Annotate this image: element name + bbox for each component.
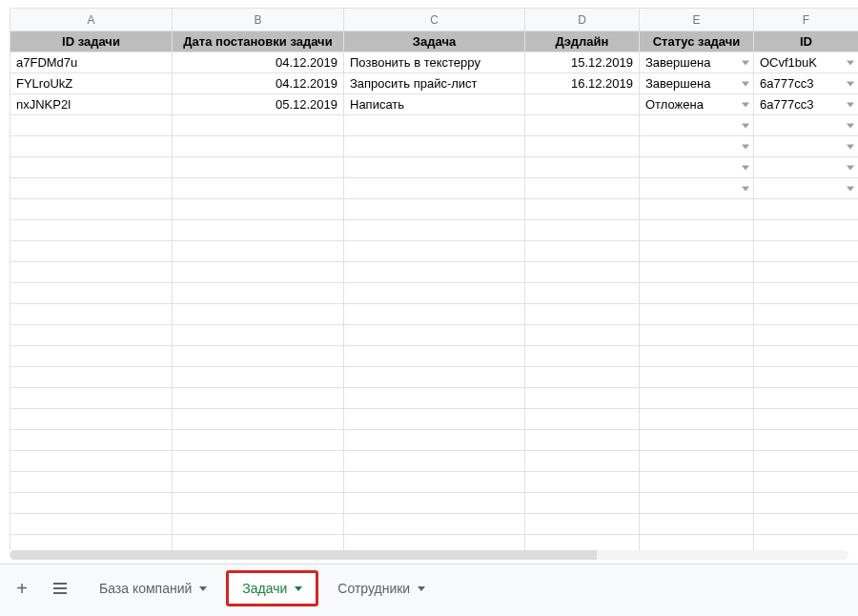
cell[interactable]	[10, 115, 173, 136]
cell[interactable]	[754, 472, 859, 493]
dropdown-caret-icon[interactable]	[742, 165, 749, 170]
table-row[interactable]	[10, 283, 859, 304]
cell[interactable]	[10, 535, 173, 551]
cell[interactable]	[525, 220, 640, 241]
cell[interactable]	[10, 451, 173, 472]
cell[interactable]	[525, 409, 640, 430]
cell[interactable]	[640, 262, 754, 283]
cell[interactable]	[525, 283, 640, 304]
cell[interactable]	[754, 136, 859, 157]
header-cell[interactable]: Дэдлайн	[525, 31, 640, 52]
table-row[interactable]	[10, 409, 859, 430]
table-row[interactable]	[10, 220, 859, 241]
cell[interactable]	[173, 388, 344, 409]
cell[interactable]	[525, 325, 640, 346]
table-row[interactable]	[10, 472, 859, 493]
cell[interactable]	[525, 94, 640, 115]
dropdown-caret-icon[interactable]	[742, 186, 749, 191]
cell[interactable]	[10, 220, 173, 241]
cell[interactable]	[10, 493, 173, 514]
cell[interactable]	[754, 346, 859, 367]
sheet-tab[interactable]: Сотрудники	[324, 570, 439, 606]
cell[interactable]	[640, 493, 754, 514]
cell[interactable]	[640, 283, 754, 304]
col-D[interactable]: D	[525, 9, 640, 31]
cell[interactable]	[173, 241, 344, 262]
cell[interactable]	[344, 220, 525, 241]
cell[interactable]	[640, 451, 754, 472]
cell[interactable]	[10, 199, 173, 220]
cell[interactable]	[10, 325, 173, 346]
cell[interactable]	[344, 178, 525, 199]
col-C[interactable]: C	[344, 9, 525, 31]
cell[interactable]	[173, 493, 344, 514]
cell[interactable]	[10, 514, 173, 535]
dropdown-caret-icon[interactable]	[742, 144, 749, 149]
cell[interactable]	[640, 178, 754, 199]
cell[interactable]	[344, 514, 525, 535]
cell[interactable]	[173, 325, 344, 346]
cell[interactable]	[640, 472, 754, 493]
cell[interactable]	[525, 178, 640, 199]
table-row[interactable]	[10, 325, 859, 346]
cell[interactable]	[525, 430, 640, 451]
dropdown-caret-icon[interactable]	[847, 165, 854, 170]
cell[interactable]	[754, 115, 859, 136]
cell[interactable]	[754, 241, 859, 262]
cell[interactable]	[344, 283, 525, 304]
cell[interactable]	[344, 535, 525, 551]
cell[interactable]	[344, 493, 525, 514]
cell[interactable]	[173, 472, 344, 493]
table-row[interactable]	[10, 157, 859, 178]
table-row[interactable]: a7FDMd7u04.12.2019Позвонить в текстерру1…	[10, 52, 859, 73]
cell[interactable]	[754, 367, 859, 388]
cell[interactable]	[10, 241, 173, 262]
cell[interactable]	[754, 199, 859, 220]
cell[interactable]	[10, 157, 173, 178]
cell[interactable]	[640, 304, 754, 325]
cell[interactable]	[173, 199, 344, 220]
cell[interactable]	[754, 388, 859, 409]
header-cell[interactable]: Дата постановки задачи	[173, 31, 344, 52]
header-cell[interactable]: Статус задачи	[640, 31, 754, 52]
cell[interactable]	[173, 430, 344, 451]
cell[interactable]	[640, 430, 754, 451]
cell[interactable]	[10, 262, 173, 283]
cell[interactable]	[10, 178, 173, 199]
cell[interactable]	[344, 136, 525, 157]
cell[interactable]	[525, 304, 640, 325]
dropdown-caret-icon[interactable]	[847, 60, 854, 65]
table-row[interactable]	[10, 199, 859, 220]
cell[interactable]	[525, 451, 640, 472]
col-B[interactable]: B	[173, 9, 344, 31]
dropdown-caret-icon[interactable]	[847, 123, 854, 128]
table-row[interactable]	[10, 241, 859, 262]
cell[interactable]	[173, 304, 344, 325]
cell[interactable]	[344, 346, 525, 367]
add-sheet-button[interactable]: +	[10, 576, 34, 601]
cell[interactable]	[525, 241, 640, 262]
cell[interactable]	[344, 304, 525, 325]
cell[interactable]	[640, 325, 754, 346]
cell[interactable]: 05.12.2019	[173, 94, 344, 115]
cell[interactable]	[173, 346, 344, 367]
cell[interactable]: Отложена	[640, 94, 754, 115]
sheet-tab[interactable]: База компаний	[86, 570, 220, 606]
table-row[interactable]	[10, 304, 859, 325]
cell[interactable]	[173, 115, 344, 136]
table-row[interactable]	[10, 493, 859, 514]
cell[interactable]	[640, 388, 754, 409]
cell[interactable]	[173, 535, 344, 551]
cell[interactable]	[10, 388, 173, 409]
table-row[interactable]	[10, 115, 859, 136]
cell[interactable]	[754, 514, 859, 535]
cell[interactable]: 15.12.2019	[525, 52, 640, 73]
cell[interactable]	[525, 346, 640, 367]
cell[interactable]	[640, 157, 754, 178]
cell[interactable]	[754, 304, 859, 325]
cell[interactable]	[10, 283, 173, 304]
dropdown-caret-icon[interactable]	[847, 186, 854, 191]
chevron-down-icon[interactable]	[199, 586, 207, 591]
cell[interactable]	[344, 262, 525, 283]
cell[interactable]	[10, 472, 173, 493]
